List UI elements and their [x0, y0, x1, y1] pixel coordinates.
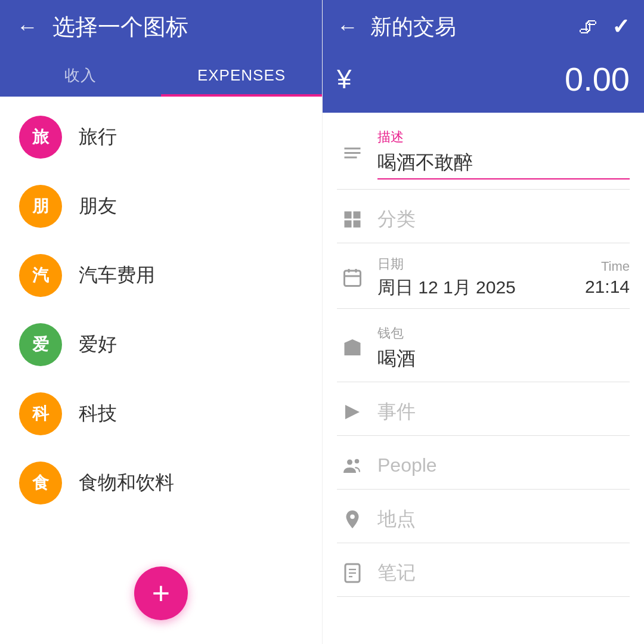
category-icon-travel: 旅	[19, 116, 62, 159]
right-header-left: ← 新的交易	[337, 13, 456, 42]
amount-bar: ¥ 0.00	[323, 54, 644, 113]
wallet-row[interactable]: 钱包 喝酒	[337, 309, 630, 382]
category-item-friends[interactable]: 朋 朋友	[0, 172, 322, 241]
svg-point-12	[355, 459, 360, 463]
amount-value[interactable]: 0.00	[565, 60, 630, 98]
right-panel: ← 新的交易 🖇 ✓ ¥ 0.00 描述 喝酒不敢醉	[322, 0, 644, 644]
people-icon	[337, 455, 368, 476]
category-label-car: 汽车费用	[79, 262, 155, 289]
category-item-car[interactable]: 汽 汽车费用	[0, 241, 322, 310]
svg-rect-1	[345, 152, 361, 154]
category-item-travel[interactable]: 旅 旅行	[0, 103, 322, 172]
time-block: Time 21:14	[585, 259, 630, 297]
category-content: 分类	[377, 206, 630, 233]
category-item-food[interactable]: 食 食物和饮料	[0, 448, 322, 518]
left-back-button[interactable]: ←	[17, 14, 38, 39]
category-icon-food: 食	[19, 462, 62, 504]
event-value[interactable]: 事件	[377, 399, 630, 425]
category-item-hobby[interactable]: 爱 爱好	[0, 310, 322, 379]
category-icon-tech: 科	[19, 392, 62, 435]
svg-rect-3	[345, 211, 352, 218]
category-icon-car: 汽	[19, 254, 62, 297]
fab-add-button[interactable]: +	[134, 566, 188, 620]
note-value[interactable]: 笔记	[377, 560, 630, 586]
event-icon	[337, 401, 368, 423]
right-title: 新的交易	[370, 13, 456, 42]
currency-symbol: ¥	[337, 64, 351, 94]
category-icon-friends: 朋	[19, 185, 62, 228]
svg-point-13	[350, 514, 355, 519]
svg-rect-4	[354, 211, 361, 218]
right-header-icons: 🖇 ✓	[578, 14, 630, 39]
time-label: Time	[601, 259, 630, 274]
note-content: 笔记	[377, 560, 630, 586]
people-content: People	[377, 454, 630, 476]
event-content: 事件	[377, 399, 630, 425]
description-value[interactable]: 喝酒不敢醉	[377, 150, 630, 179]
left-panel: ← 选择一个图标 收入 EXPENSES 旅 旅行 朋 朋友 汽	[0, 0, 322, 644]
right-back-button[interactable]: ←	[337, 14, 358, 39]
location-row[interactable]: 地点	[337, 490, 630, 543]
svg-rect-7	[345, 271, 361, 286]
date-value[interactable]: 周日 12 1月 2025	[377, 275, 585, 300]
date-content: 日期 周日 12 1月 2025	[377, 255, 585, 300]
wallet-value[interactable]: 喝酒	[377, 346, 630, 372]
date-icon	[337, 267, 368, 289]
right-form: 描述 喝酒不敢醉 分类 日期 周日 12 1月 2025	[323, 113, 644, 644]
left-tabs: 收入 EXPENSES	[0, 54, 322, 97]
left-title: 选择一个图标	[52, 12, 188, 42]
tab-expenses[interactable]: EXPENSES	[161, 54, 322, 97]
category-label-tech: 科技	[79, 401, 117, 427]
category-row[interactable]: 分类	[337, 190, 630, 243]
svg-rect-0	[345, 148, 361, 150]
attach-icon[interactable]: 🖇	[578, 16, 597, 38]
confirm-icon[interactable]: ✓	[612, 14, 630, 39]
location-content: 地点	[377, 506, 630, 532]
wallet-icon	[337, 338, 368, 359]
event-row[interactable]: 事件	[337, 382, 630, 436]
wallet-label: 钱包	[377, 324, 630, 342]
category-label-friends: 朋友	[79, 193, 117, 219]
category-item-tech[interactable]: 科 科技	[0, 379, 322, 448]
svg-point-11	[347, 459, 352, 465]
description-icon	[337, 143, 368, 165]
description-content: 描述 喝酒不敢醉	[377, 128, 630, 179]
category-list: 旅 旅行 朋 朋友 汽 汽车费用 爱 爱好 科	[0, 97, 322, 644]
location-icon	[337, 509, 368, 530]
category-label-travel: 旅行	[79, 124, 117, 150]
tab-income[interactable]: 收入	[0, 54, 161, 97]
time-value[interactable]: 21:14	[585, 277, 630, 297]
svg-rect-5	[345, 220, 352, 227]
date-row[interactable]: 日期 周日 12 1月 2025 Time 21:14	[337, 243, 630, 309]
svg-rect-6	[354, 220, 361, 227]
wallet-content: 钱包 喝酒	[377, 324, 630, 372]
location-value[interactable]: 地点	[377, 506, 630, 532]
right-header: ← 新的交易 🖇 ✓	[323, 0, 644, 54]
category-icon-hobby: 爱	[19, 323, 62, 366]
category-label-hobby: 爱好	[79, 332, 117, 358]
category-icon-field	[337, 209, 368, 230]
left-header: ← 选择一个图标	[0, 0, 322, 54]
note-icon	[337, 562, 368, 584]
description-label: 描述	[377, 128, 630, 146]
category-value[interactable]: 分类	[377, 206, 630, 233]
description-row[interactable]: 描述 喝酒不敢醉	[337, 113, 630, 190]
people-row[interactable]: People	[337, 436, 630, 490]
svg-rect-2	[345, 157, 357, 159]
category-label-food: 食物和饮料	[79, 470, 174, 496]
date-label: 日期	[377, 255, 585, 273]
people-value[interactable]: People	[377, 454, 630, 476]
note-row[interactable]: 笔记	[337, 543, 630, 597]
